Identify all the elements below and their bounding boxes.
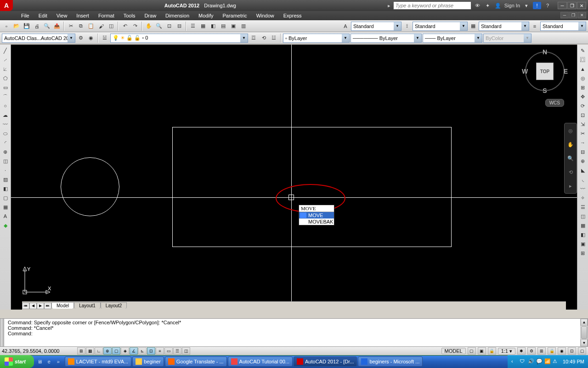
menu-file[interactable]: File — [17, 13, 34, 18]
taskbar-item[interactable]: AutoCAD 2012 - [Dr... — [294, 356, 357, 367]
rotate-icon[interactable]: ⟳ — [578, 102, 588, 110]
tab-first-icon[interactable]: ⏮ — [22, 303, 29, 309]
sheetset-icon[interactable]: ▤ — [219, 22, 228, 31]
polygon-icon[interactable]: ⬠ — [1, 74, 10, 82]
zoom-realtime-icon[interactable]: 🔍 — [154, 22, 164, 31]
polyline-icon[interactable]: ⟀ — [1, 65, 10, 73]
annovisibility-icon[interactable]: ✱ — [517, 347, 526, 355]
tray-icon[interactable]: 📶 — [544, 358, 551, 365]
copy-icon[interactable]: ⧉ — [76, 22, 85, 31]
menu-format[interactable]: Format — [94, 13, 119, 18]
menu-tools[interactable]: Tools — [119, 13, 140, 18]
restore-button[interactable]: ❐ — [567, 2, 577, 9]
dynamic-input[interactable]: MOVE — [299, 205, 334, 212]
textstyle-icon[interactable]: A — [341, 22, 350, 31]
layer-manager-icon[interactable]: ☱ — [100, 34, 109, 43]
exchange-icon[interactable]: ✦ — [484, 2, 492, 9]
mlstyle-icon[interactable]: ≡ — [530, 22, 539, 31]
annoauto-icon[interactable]: ⚙ — [527, 347, 536, 355]
cut-icon[interactable]: ✂ — [66, 22, 75, 31]
region-icon[interactable]: ▢ — [1, 194, 10, 202]
doc-close-button[interactable]: ✕ — [578, 12, 586, 18]
command-window[interactable]: Command: Specify opposite corner or [Fen… — [0, 318, 588, 347]
modify-icon-y[interactable]: ▦ — [578, 221, 588, 230]
cmd-prompt[interactable]: Command: — [8, 331, 585, 336]
markup-icon[interactable]: ▣ — [229, 22, 238, 31]
taskbar-item[interactable]: AutoCAD Tutorial 00... — [228, 356, 293, 367]
polar-toggle[interactable]: ⊕ — [103, 347, 112, 355]
insertblock-icon[interactable]: ⊕ — [1, 148, 10, 156]
menu-dimension[interactable]: Dimension — [161, 13, 194, 18]
wcs-badge[interactable]: WCS — [545, 99, 564, 107]
snap-toggle[interactable]: ⊞ — [77, 347, 85, 355]
modify-icon-v[interactable]: ⊞ — [578, 249, 588, 257]
properties-icon[interactable]: ☰ — [188, 22, 198, 31]
menu-parametric[interactable]: Parametric — [218, 13, 251, 18]
mlstyle-combo[interactable]: Standard▼ — [540, 22, 586, 31]
app-logo[interactable]: A — [0, 0, 13, 11]
copy-obj-icon[interactable]: ⿴ — [578, 56, 588, 64]
tray-icon[interactable]: 🛡 — [520, 358, 526, 365]
tab-layout2[interactable]: Layout2 — [101, 302, 127, 309]
tray-icon[interactable]: 💬 — [536, 358, 543, 365]
erase-icon[interactable]: ✎ — [578, 46, 588, 55]
close-button[interactable]: ✕ — [577, 2, 586, 9]
layer-match-icon[interactable]: ☲ — [249, 34, 258, 43]
layer-prev-icon[interactable]: ⟲ — [259, 34, 268, 43]
fullnav-icon[interactable]: ◎ — [566, 126, 575, 135]
mirror-icon[interactable]: ▲ — [578, 65, 588, 73]
compass-w[interactable]: W — [522, 68, 528, 75]
compass-s[interactable]: S — [543, 87, 547, 94]
doc-restore-button[interactable]: ❐ — [569, 12, 577, 18]
tpy-toggle[interactable]: ▭ — [164, 347, 173, 355]
tab-model[interactable]: Model — [51, 302, 74, 309]
osnap-toggle[interactable]: ▢ — [112, 347, 120, 355]
menu-insert[interactable]: Insert — [72, 13, 94, 18]
pan-icon[interactable]: ✋ — [144, 22, 153, 31]
minimize-button[interactable]: ─ — [558, 2, 567, 9]
tab-last-icon[interactable]: ⏭ — [44, 303, 51, 309]
toolbar-lock-icon[interactable]: 🔒 — [548, 347, 556, 355]
hardware-accel-icon[interactable]: ◉ — [558, 347, 566, 355]
isolate-icon[interactable]: ⊡ — [568, 347, 576, 355]
coordinates-readout[interactable]: 42.3765, 29.5504, 0.0000 — [2, 348, 75, 354]
otrack-toggle[interactable]: ∠ — [130, 347, 138, 355]
textstyle-combo[interactable]: Standard▼ — [351, 22, 401, 31]
join-icon[interactable]: ⊕ — [578, 157, 588, 165]
color-combo[interactable]: ▫ ByLayer▼ — [283, 34, 350, 43]
menu-express[interactable]: Express — [279, 13, 306, 18]
menu-view[interactable]: View — [52, 13, 72, 18]
taskbar-item[interactable]: beginers - Microsoft ... — [358, 356, 423, 367]
quickview-layouts-icon[interactable]: ▢ — [468, 347, 476, 355]
scroll-thumb[interactable] — [581, 326, 587, 339]
tray-icon[interactable]: ⚠ — [553, 358, 559, 365]
start-button[interactable]: start — [0, 355, 34, 368]
ellipse-icon[interactable]: ⬭ — [1, 129, 10, 138]
annotation-scale[interactable]: 1:1 ▾ — [498, 348, 515, 355]
modify-icon-x[interactable]: ◫ — [578, 212, 588, 220]
autocomplete-item[interactable]: MOVEBAK — [299, 218, 334, 225]
designcenter-icon[interactable]: ▦ — [198, 22, 208, 31]
search-icon[interactable]: 👁 — [474, 2, 481, 9]
ortho-toggle[interactable]: ∟ — [95, 347, 103, 355]
compass-e[interactable]: E — [564, 68, 568, 75]
xline-icon[interactable]: ⟋ — [1, 56, 10, 64]
sc-toggle[interactable]: ◫ — [182, 347, 190, 355]
cmd-grip[interactable] — [0, 319, 4, 346]
modify-icon-w[interactable]: ▣ — [578, 240, 588, 248]
new-icon[interactable]: ▫ — [2, 22, 11, 31]
table-icon[interactable]: ▦ — [1, 203, 10, 211]
qp-toggle[interactable]: ☰ — [173, 347, 181, 355]
makeblock-icon[interactable]: ◫ — [1, 157, 10, 165]
open-icon[interactable]: 📂 — [12, 22, 21, 31]
scroll-up-icon[interactable]: ▲ — [581, 319, 588, 326]
quickcalc-icon[interactable]: ▥ — [239, 22, 248, 31]
layer-state-icon[interactable]: ☳ — [269, 34, 278, 43]
scale-icon[interactable]: ⊡ — [578, 111, 588, 119]
modify-icon-z[interactable]: ◧ — [578, 230, 588, 239]
publish-icon[interactable]: 📤 — [52, 22, 62, 31]
layer-combo[interactable]: 💡 ☀ 🔓 🔓 ▫ 0▼ — [110, 34, 248, 43]
spline-icon[interactable]: 〰 — [1, 120, 10, 128]
stretch-icon[interactable]: ⇲ — [578, 120, 588, 128]
3dosnap-toggle[interactable]: ◈ — [121, 347, 129, 355]
